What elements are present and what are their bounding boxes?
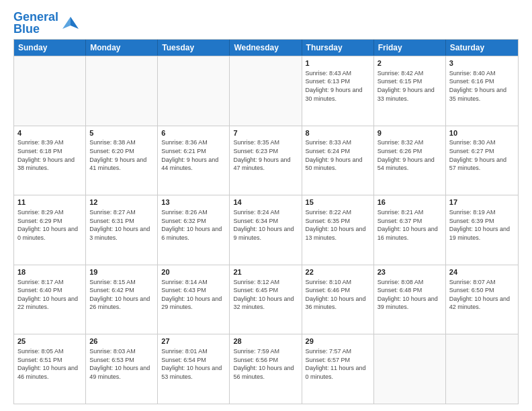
day-number: 13 bbox=[161, 197, 226, 208]
day-cell-4: 4Sunrise: 8:39 AM Sunset: 6:18 PM Daylig… bbox=[14, 126, 86, 195]
day-cell-25: 25Sunrise: 8:05 AM Sunset: 6:51 PM Dayli… bbox=[14, 334, 86, 404]
day-number: 7 bbox=[233, 128, 298, 138]
day-cell-24: 24Sunrise: 8:07 AM Sunset: 6:50 PM Dayli… bbox=[446, 265, 518, 334]
day-info: Sunrise: 8:22 AM Sunset: 6:35 PM Dayligh… bbox=[306, 208, 370, 242]
day-cell-28: 28Sunrise: 7:59 AM Sunset: 6:56 PM Dayli… bbox=[230, 334, 302, 404]
day-info: Sunrise: 8:21 AM Sunset: 6:37 PM Dayligh… bbox=[378, 208, 442, 242]
day-info: Sunrise: 8:27 AM Sunset: 6:31 PM Dayligh… bbox=[89, 208, 154, 242]
day-info: Sunrise: 8:14 AM Sunset: 6:43 PM Dayligh… bbox=[161, 278, 226, 312]
day-cell-6: 6Sunrise: 8:36 AM Sunset: 6:21 PM Daylig… bbox=[158, 126, 230, 195]
day-info: Sunrise: 8:07 AM Sunset: 6:50 PM Dayligh… bbox=[449, 278, 515, 312]
day-cell-16: 16Sunrise: 8:21 AM Sunset: 6:37 PM Dayli… bbox=[374, 195, 446, 265]
col-header-thursday: Thursday bbox=[302, 40, 374, 56]
day-info: Sunrise: 8:33 AM Sunset: 6:24 PM Dayligh… bbox=[306, 138, 370, 172]
col-header-sunday: Sunday bbox=[14, 40, 86, 56]
day-info: Sunrise: 8:40 AM Sunset: 6:16 PM Dayligh… bbox=[449, 69, 515, 103]
day-cell-22: 22Sunrise: 8:10 AM Sunset: 6:46 PM Dayli… bbox=[302, 265, 374, 334]
day-number: 11 bbox=[17, 197, 82, 208]
day-cell-9: 9Sunrise: 8:32 AM Sunset: 6:26 PM Daylig… bbox=[374, 126, 446, 195]
day-number: 27 bbox=[161, 336, 226, 347]
empty-cell bbox=[446, 334, 518, 404]
calendar: SundayMondayTuesdayWednesdayThursdayFrid… bbox=[13, 39, 519, 404]
day-cell-17: 17Sunrise: 8:19 AM Sunset: 6:39 PM Dayli… bbox=[446, 195, 518, 265]
day-number: 21 bbox=[233, 267, 298, 277]
day-cell-19: 19Sunrise: 8:15 AM Sunset: 6:42 PM Dayli… bbox=[86, 265, 158, 334]
day-number: 12 bbox=[89, 197, 154, 208]
empty-cell bbox=[158, 56, 230, 126]
day-cell-20: 20Sunrise: 8:14 AM Sunset: 6:43 PM Dayli… bbox=[158, 265, 230, 334]
calendar-week-5: 25Sunrise: 8:05 AM Sunset: 6:51 PM Dayli… bbox=[14, 334, 518, 404]
day-info: Sunrise: 8:17 AM Sunset: 6:40 PM Dayligh… bbox=[17, 278, 82, 312]
day-info: Sunrise: 8:05 AM Sunset: 6:51 PM Dayligh… bbox=[17, 347, 82, 381]
day-info: Sunrise: 8:32 AM Sunset: 6:26 PM Dayligh… bbox=[378, 138, 442, 172]
day-number: 4 bbox=[17, 128, 82, 138]
day-info: Sunrise: 8:35 AM Sunset: 6:23 PM Dayligh… bbox=[233, 138, 298, 172]
day-info: Sunrise: 8:24 AM Sunset: 6:34 PM Dayligh… bbox=[233, 208, 298, 242]
day-number: 26 bbox=[89, 336, 154, 347]
day-number: 25 bbox=[17, 336, 82, 347]
day-cell-23: 23Sunrise: 8:08 AM Sunset: 6:48 PM Dayli… bbox=[374, 265, 446, 334]
day-cell-21: 21Sunrise: 8:12 AM Sunset: 6:45 PM Dayli… bbox=[230, 265, 302, 334]
day-cell-29: 29Sunrise: 7:57 AM Sunset: 6:57 PM Dayli… bbox=[302, 334, 374, 404]
day-number: 3 bbox=[449, 58, 515, 68]
day-cell-26: 26Sunrise: 8:03 AM Sunset: 6:53 PM Dayli… bbox=[86, 334, 158, 404]
day-number: 10 bbox=[449, 128, 515, 138]
day-info: Sunrise: 7:59 AM Sunset: 6:56 PM Dayligh… bbox=[233, 347, 298, 381]
calendar-week-4: 18Sunrise: 8:17 AM Sunset: 6:40 PM Dayli… bbox=[14, 265, 518, 334]
day-number: 14 bbox=[233, 197, 298, 208]
day-number: 23 bbox=[378, 267, 442, 277]
day-cell-13: 13Sunrise: 8:26 AM Sunset: 6:32 PM Dayli… bbox=[158, 195, 230, 265]
day-number: 16 bbox=[378, 197, 442, 208]
day-cell-27: 27Sunrise: 8:01 AM Sunset: 6:54 PM Dayli… bbox=[158, 334, 230, 404]
day-number: 8 bbox=[306, 128, 370, 138]
logo-icon bbox=[61, 15, 80, 30]
day-number: 19 bbox=[89, 267, 154, 277]
day-number: 18 bbox=[17, 267, 82, 277]
day-number: 15 bbox=[306, 197, 370, 208]
day-info: Sunrise: 8:12 AM Sunset: 6:45 PM Dayligh… bbox=[233, 278, 298, 312]
day-info: Sunrise: 8:10 AM Sunset: 6:46 PM Dayligh… bbox=[306, 278, 370, 312]
day-cell-7: 7Sunrise: 8:35 AM Sunset: 6:23 PM Daylig… bbox=[230, 126, 302, 195]
day-info: Sunrise: 8:30 AM Sunset: 6:27 PM Dayligh… bbox=[449, 138, 515, 172]
calendar-body: 1Sunrise: 8:43 AM Sunset: 6:13 PM Daylig… bbox=[14, 56, 518, 404]
logo-text: General Blue bbox=[13, 11, 58, 35]
day-info: Sunrise: 8:39 AM Sunset: 6:18 PM Dayligh… bbox=[17, 138, 82, 172]
calendar-page: General Blue SundayMondayTuesdayWednesda… bbox=[0, 0, 532, 411]
day-number: 9 bbox=[378, 128, 442, 138]
day-number: 22 bbox=[306, 267, 370, 277]
calendar-week-1: 1Sunrise: 8:43 AM Sunset: 6:13 PM Daylig… bbox=[14, 56, 518, 126]
day-cell-10: 10Sunrise: 8:30 AM Sunset: 6:27 PM Dayli… bbox=[446, 126, 518, 195]
day-cell-12: 12Sunrise: 8:27 AM Sunset: 6:31 PM Dayli… bbox=[86, 195, 158, 265]
calendar-week-3: 11Sunrise: 8:29 AM Sunset: 6:29 PM Dayli… bbox=[14, 195, 518, 265]
day-number: 1 bbox=[306, 58, 370, 68]
logo-general: General bbox=[13, 10, 58, 24]
col-header-friday: Friday bbox=[374, 40, 446, 56]
day-info: Sunrise: 8:29 AM Sunset: 6:29 PM Dayligh… bbox=[17, 208, 82, 242]
day-cell-11: 11Sunrise: 8:29 AM Sunset: 6:29 PM Dayli… bbox=[14, 195, 86, 265]
day-number: 17 bbox=[449, 197, 515, 208]
day-number: 24 bbox=[449, 267, 515, 277]
day-cell-3: 3Sunrise: 8:40 AM Sunset: 6:16 PM Daylig… bbox=[446, 56, 518, 126]
day-cell-1: 1Sunrise: 8:43 AM Sunset: 6:13 PM Daylig… bbox=[302, 56, 374, 126]
day-cell-8: 8Sunrise: 8:33 AM Sunset: 6:24 PM Daylig… bbox=[302, 126, 374, 195]
empty-cell bbox=[374, 334, 446, 404]
day-cell-15: 15Sunrise: 8:22 AM Sunset: 6:35 PM Dayli… bbox=[302, 195, 374, 265]
day-cell-2: 2Sunrise: 8:42 AM Sunset: 6:15 PM Daylig… bbox=[374, 56, 446, 126]
day-info: Sunrise: 7:57 AM Sunset: 6:57 PM Dayligh… bbox=[306, 347, 370, 381]
calendar-week-2: 4Sunrise: 8:39 AM Sunset: 6:18 PM Daylig… bbox=[14, 126, 518, 195]
day-number: 2 bbox=[378, 58, 442, 68]
col-header-wednesday: Wednesday bbox=[230, 40, 302, 56]
day-number: 6 bbox=[161, 128, 226, 138]
day-number: 28 bbox=[233, 336, 298, 347]
day-info: Sunrise: 8:19 AM Sunset: 6:39 PM Dayligh… bbox=[449, 208, 515, 242]
day-cell-18: 18Sunrise: 8:17 AM Sunset: 6:40 PM Dayli… bbox=[14, 265, 86, 334]
day-info: Sunrise: 8:01 AM Sunset: 6:54 PM Dayligh… bbox=[161, 347, 226, 381]
calendar-header-row: SundayMondayTuesdayWednesdayThursdayFrid… bbox=[14, 40, 518, 56]
svg-marker-0 bbox=[71, 17, 79, 29]
logo-blue: Blue bbox=[13, 22, 40, 36]
day-info: Sunrise: 8:08 AM Sunset: 6:48 PM Dayligh… bbox=[378, 278, 442, 312]
col-header-monday: Monday bbox=[86, 40, 158, 56]
day-info: Sunrise: 8:43 AM Sunset: 6:13 PM Dayligh… bbox=[306, 69, 370, 103]
col-header-tuesday: Tuesday bbox=[158, 40, 230, 56]
logo: General Blue bbox=[13, 11, 80, 35]
